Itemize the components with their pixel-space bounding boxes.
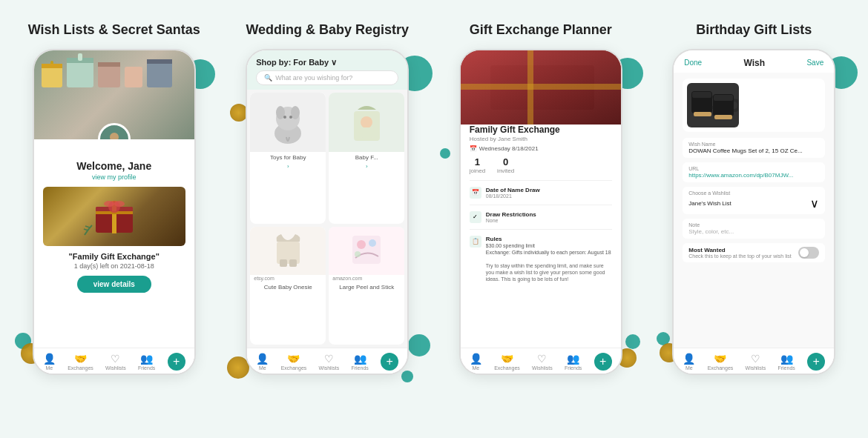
view-details-button[interactable]: view details [77, 276, 151, 293]
person-icon: 👤 [43, 353, 56, 365]
search-icon: 🔍 [264, 74, 272, 82]
gift-exchange-subtitle: 1 day(s) left on 2021-08-18 [74, 262, 154, 270]
nav3-friends[interactable]: 👥 Friends [565, 353, 582, 371]
product-card-1[interactable]: Baby F... › [329, 93, 404, 224]
wish-name-field[interactable]: Wish Name DOWAN Coffee Mugs Set of 2, 15… [683, 138, 825, 158]
nav2-friends[interactable]: 👥 Friends [351, 353, 368, 371]
product-source-2: etsy.com [250, 275, 326, 282]
nav2-wishlists[interactable]: ♡ Wishlists [319, 353, 340, 371]
search-bar[interactable]: 🔍 What are you wishing for? [256, 70, 398, 85]
exchange3-icon: 🤝 [501, 353, 513, 365]
product-card-3[interactable]: amazon.com Large Peel and Stick [329, 227, 404, 345]
note-label: Note [688, 222, 819, 228]
product-card-2[interactable]: etsy.com Cute Baby Onesie [250, 227, 326, 345]
nav4-wishlists[interactable]: ♡ Wishlists [746, 353, 766, 371]
add-button-2[interactable]: + [381, 353, 398, 371]
rules-icon: 📋 [470, 236, 481, 248]
url-field[interactable]: URL https://www.amazon.com/dp/B07MJW... [683, 162, 825, 182]
phone-wish-lists: Welcome, Jane view my profile [33, 49, 196, 375]
nav4-me[interactable]: 👤 Me [683, 353, 695, 371]
phone4-nav: 👤 Me 🤝 Exchanges ♡ Wishlists 👥 Friends [674, 348, 834, 374]
nav2-exchanges[interactable]: 🤝 Exchanges [281, 353, 307, 371]
note-value: Style, color, etc... [688, 228, 819, 235]
nav3-wishlists[interactable]: ♡ Wishlists [532, 353, 553, 371]
nav3-me[interactable]: 👤 Me [470, 353, 482, 371]
product-card-0[interactable]: Toys for Baby › [250, 93, 326, 224]
calendar-icon: 📅 [470, 145, 477, 152]
nav-me[interactable]: 👤 Me [43, 353, 56, 371]
product-img-1 [329, 93, 404, 152]
svg-point-7 [104, 201, 114, 207]
svg-point-16 [361, 116, 372, 128]
section-title-wedding: Wedding & Baby Registry [246, 22, 409, 39]
svg-point-0 [110, 133, 119, 139]
wishlist-select[interactable]: Jane's Wish List ∨ [688, 196, 819, 210]
nav-wishlists[interactable]: ♡ Wishlists [105, 353, 126, 371]
phone3-inner: Family Gift Exchange Hosted by Jane Smit… [461, 50, 621, 374]
product-label-3: Large Peel and Stick [329, 282, 404, 293]
phone4-header: Done Wish Save [674, 50, 834, 73]
date-draw-section: 📅 Date of Name Draw 08/18/2021 [470, 180, 612, 205]
teal-dot-8 [440, 148, 450, 159]
note-field[interactable]: Note Style, color, etc... [683, 219, 825, 239]
nav2-me[interactable]: 👤 Me [256, 353, 269, 371]
main-container: Wish Lists & Secret Santas [0, 0, 868, 438]
date-draw-value: 08/18/2021 [486, 193, 540, 199]
most-wanted-sublabel: Check this to keep at the top of your wi… [688, 253, 792, 259]
product-source-3: amazon.com [329, 275, 404, 282]
avatar [98, 123, 131, 139]
nav-exchanges[interactable]: 🤝 Exchanges [68, 353, 93, 371]
product-preview [683, 79, 825, 132]
friends-icon: 👥 [140, 353, 153, 365]
restrictions-label: Draw Restrictions [486, 211, 536, 218]
section-title-exchange: Gift Exchange Planner [470, 22, 612, 39]
joined-count: 1 [475, 156, 480, 167]
profile-link[interactable]: view my profile [92, 173, 137, 181]
wishlist-label: Choose a Wishlist [688, 190, 819, 196]
add-button-3[interactable]: + [594, 353, 612, 371]
exchange-stats: 1 joined 0 invited [470, 156, 612, 174]
phone4-inner: Done Wish Save [674, 50, 834, 374]
nav4-exchanges[interactable]: 🤝 Exchanges [708, 353, 734, 371]
date-draw-label: Date of Name Draw [486, 187, 540, 193]
wish-name-label: Wish Name [688, 142, 819, 147]
heart3-icon: ♡ [537, 353, 547, 365]
date-draw-icon: 📅 [470, 187, 481, 199]
nav-exchanges-label: Exchanges [68, 365, 93, 371]
section-wedding-registry: Wedding & Baby Registry Shop by: For Bab… [221, 15, 435, 423]
product-label-0: Toys for Baby [250, 152, 326, 163]
shop-by-label[interactable]: Shop by: For Baby ∨ [256, 58, 398, 67]
svg-rect-34 [694, 112, 711, 116]
done-button[interactable]: Done [684, 59, 702, 67]
nav-friends-label: Friends [138, 365, 155, 371]
nav-wishlists-label: Wishlists [105, 365, 126, 371]
nav-friends[interactable]: 👥 Friends [138, 353, 155, 371]
add-button[interactable]: + [168, 353, 185, 371]
wishlist-value: Jane's Wish List [688, 200, 731, 207]
search-placeholder: What are you wishing for? [275, 74, 352, 82]
exchange4-icon: 🤝 [714, 353, 726, 365]
wishlist-select-field[interactable]: Choose a Wishlist Jane's Wish List ∨ [683, 187, 825, 214]
gift-image [43, 187, 185, 246]
rules-section: 📋 Rules $30.00 spending limitExchange: G… [470, 229, 612, 289]
section-birthday: Birthday Gift Lists Done Wish Save [648, 15, 861, 423]
draw-restrictions-row: ✓ Draw Restrictions None [470, 209, 612, 225]
toggle-switch[interactable] [798, 247, 819, 259]
heart-icon: ♡ [111, 353, 120, 365]
phone1-content: Welcome, Jane view my profile [34, 139, 194, 348]
exchange-icon: 🤝 [74, 353, 87, 365]
nav3-exchanges[interactable]: 🤝 Exchanges [494, 353, 520, 371]
svg-point-8 [114, 201, 125, 207]
date-draw-row: 📅 Date of Name Draw 08/18/2021 [470, 185, 612, 201]
add-button-4[interactable]: + [807, 353, 825, 371]
invited-count: 0 [503, 156, 508, 167]
exchange2-icon: 🤝 [287, 353, 300, 365]
svg-rect-21 [352, 236, 381, 264]
most-wanted-toggle[interactable]: Most Wanted Check this to keep at the to… [683, 243, 825, 262]
wish-title: Wish [744, 58, 766, 68]
url-value: https://www.amazon.com/dp/B07MJW... [688, 172, 819, 179]
nav4-friends[interactable]: 👥 Friends [777, 353, 795, 371]
save-button[interactable]: Save [806, 59, 823, 67]
restrictions-icon: ✓ [470, 211, 481, 223]
svg-point-22 [357, 240, 366, 249]
